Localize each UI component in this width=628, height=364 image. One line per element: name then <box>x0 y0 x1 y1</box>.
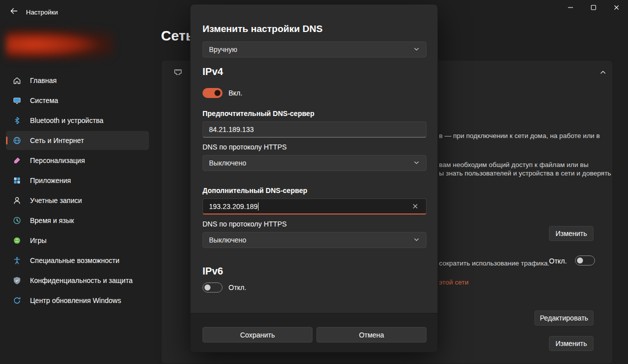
maximize-button[interactable] <box>582 0 605 16</box>
sidebar: Главная Система Bluetooth и устройства С… <box>0 24 150 364</box>
chevron-down-icon <box>413 236 420 244</box>
change-button-2[interactable]: Изменить <box>549 336 594 351</box>
ethernet-icon <box>173 67 183 77</box>
privacy-icon <box>13 276 21 284</box>
sidebar-item-label: Учетные записи <box>30 196 82 204</box>
save-button[interactable]: Сохранить <box>202 327 312 342</box>
settings-window: Настройки Главная Система <box>0 0 628 364</box>
sidebar-item-gaming[interactable]: Игры <box>6 231 149 250</box>
apps-icon <box>13 176 21 184</box>
accounts-icon <box>13 196 21 204</box>
ipv4-toggle[interactable] <box>202 88 222 98</box>
sidebar-item-label: Приложения <box>30 176 71 184</box>
sidebar-item-personalization[interactable]: Персонализация <box>6 151 149 170</box>
chevron-down-icon <box>413 159 420 168</box>
minimize-button[interactable] <box>559 0 582 16</box>
user-avatar[interactable] <box>6 29 114 60</box>
app-title: Настройки <box>26 0 58 24</box>
sidebar-item-accounts[interactable]: Учетные записи <box>6 191 149 210</box>
ipv6-heading: IPv6 <box>202 266 223 277</box>
edit-button[interactable]: Редактировать <box>534 310 594 326</box>
dns-https-select-1[interactable]: Выключено <box>202 155 426 171</box>
dialog-footer: Сохранить Отмена <box>190 313 438 352</box>
private-network-text-fragment-2: ы знать пользователей и устройства в сет… <box>439 170 611 177</box>
sidebar-item-network[interactable]: Сеть и Интернет <box>6 131 149 150</box>
alternate-dns-value: 193.23.209.189 <box>209 202 258 210</box>
sidebar-item-label: Bluetooth и устройства <box>30 116 104 124</box>
text-caret <box>258 202 258 210</box>
sidebar-item-label: Сеть и Интернет <box>30 136 84 144</box>
home-icon <box>13 76 21 84</box>
dns-mode-select[interactable]: Вручную <box>202 42 426 58</box>
preferred-dns-input[interactable]: 84.21.189.133 <box>202 122 426 138</box>
sidebar-item-time-language[interactable]: Время и язык <box>6 211 149 230</box>
minimize-icon <box>568 4 574 12</box>
sidebar-nav: Главная Система Bluetooth и устройства С… <box>6 71 149 311</box>
close-button[interactable] <box>605 0 628 16</box>
maximize-icon <box>590 4 596 12</box>
dns-https-value-2: Выключено <box>209 236 246 244</box>
chevron-up-icon[interactable] <box>599 68 607 76</box>
system-icon <box>13 96 21 104</box>
sidebar-item-label: Специальные возможности <box>30 256 120 264</box>
ipv4-heading: IPv4 <box>202 66 223 78</box>
sidebar-item-apps[interactable]: Приложения <box>6 171 149 190</box>
sidebar-item-system[interactable]: Система <box>6 91 149 110</box>
ipv6-toggle-label: Откл. <box>228 284 246 292</box>
chevron-down-icon <box>413 46 420 54</box>
back-button[interactable] <box>7 5 21 19</box>
data-saver-state-label: Откл. <box>549 257 567 265</box>
dns-https-value-1: Выключено <box>209 159 246 167</box>
dns-settings-dialog: Изменить настройки DNS Вручную IPv4 Вкл.… <box>190 4 438 352</box>
sidebar-item-label: Время и язык <box>30 216 74 224</box>
preferred-dns-value: 84.21.189.133 <box>209 126 254 134</box>
sidebar-item-label: Система <box>30 96 58 104</box>
sidebar-item-label: Персонализация <box>30 156 85 164</box>
alternate-dns-input[interactable]: 193.23.209.189 <box>202 198 426 214</box>
window-controls <box>559 0 628 16</box>
back-arrow-icon <box>10 7 18 17</box>
personalization-icon <box>13 156 21 164</box>
data-saver-toggle[interactable] <box>575 256 595 266</box>
network-profile-text-fragment: в — при подключении к сети дома, на рабо… <box>439 132 600 140</box>
sidebar-item-label: Центр обновления Windows <box>30 296 121 304</box>
accessibility-icon <box>13 256 21 264</box>
preferred-dns-label: Предпочтительный DNS-сервер <box>202 110 314 118</box>
sidebar-item-accessibility[interactable]: Специальные возможности <box>6 251 149 270</box>
dns-https-select-2[interactable]: Выключено <box>202 232 426 248</box>
sidebar-item-label: Главная <box>30 76 56 84</box>
sidebar-item-label: Игры <box>30 236 46 244</box>
sidebar-item-home[interactable]: Главная <box>6 71 149 90</box>
data-saver-text: сократить использование трафика. <box>439 260 550 267</box>
dns-https-label-1: DNS по протоколу HTTPS <box>202 143 286 151</box>
ipv4-toggle-label: Вкл. <box>228 89 242 97</box>
dialog-title: Изменить настройки DNS <box>202 24 322 34</box>
sidebar-item-windows-update[interactable]: Центр обновления Windows <box>6 291 149 310</box>
dns-https-label-2: DNS по протоколу HTTPS <box>202 220 286 228</box>
change-dns-button[interactable]: Изменить <box>549 226 594 241</box>
alternate-dns-label: Дополнительный DNS-сервер <box>202 186 307 194</box>
sidebar-item-label: Конфиденциальность и защита <box>30 276 132 284</box>
sidebar-item-privacy[interactable]: Конфиденциальность и защита <box>6 271 149 290</box>
close-icon <box>614 4 620 12</box>
network-link[interactable]: этой сети <box>439 278 468 286</box>
windows-update-icon <box>13 296 21 304</box>
network-icon <box>13 136 21 144</box>
gaming-icon <box>13 236 21 244</box>
clear-input-button[interactable] <box>410 202 420 212</box>
ipv6-toggle[interactable] <box>202 282 222 292</box>
dns-mode-value: Вручную <box>209 46 238 54</box>
sidebar-item-bluetooth[interactable]: Bluetooth и устройства <box>6 111 149 130</box>
time-language-icon <box>13 216 21 224</box>
cancel-button[interactable]: Отмена <box>316 327 426 342</box>
bluetooth-icon <box>13 116 21 124</box>
private-network-text-fragment-1: вам необходим общий доступ к файлам или … <box>439 161 588 168</box>
